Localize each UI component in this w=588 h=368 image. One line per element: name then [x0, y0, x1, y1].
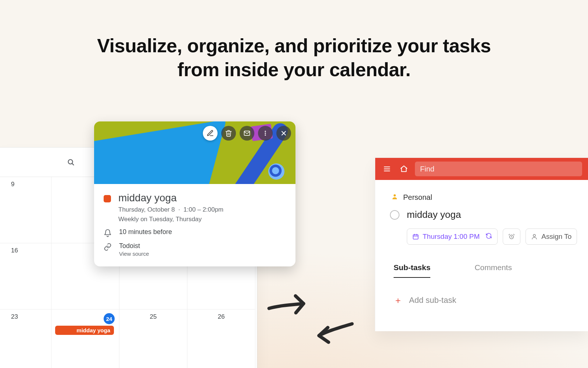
bell-icon: [104, 229, 112, 237]
add-subtask-button[interactable]: ＋ Add sub-task: [394, 294, 578, 306]
recurring-icon: [485, 233, 492, 241]
event-recurrence: Weekly on Tuesday, Thursday: [118, 216, 223, 223]
calendar-cell-today[interactable]: 24 midday yoga: [51, 309, 119, 368]
calendar-event-chip[interactable]: midday yoga: [55, 326, 114, 335]
search-input[interactable]: [415, 162, 582, 176]
event-popover: midday yoga Thursday, October 8 · 1:00 –…: [94, 121, 295, 266]
person-icon: [531, 233, 538, 240]
view-source-link[interactable]: View source: [119, 251, 149, 257]
plus-icon: ＋: [394, 294, 402, 306]
svg-point-5: [265, 134, 266, 135]
calendar-cell[interactable]: 23: [0, 309, 51, 368]
todoist-panel: Personal midday yoga Thursday 1:00 PM: [375, 158, 588, 331]
delete-icon[interactable]: [221, 126, 236, 141]
alarm-icon: [508, 233, 515, 240]
due-date-text: Thursday 1:00 PM: [423, 233, 480, 241]
project-name: Personal: [403, 193, 432, 202]
svg-point-4: [265, 132, 266, 134]
headline-line-2: from inside your calendar.: [178, 59, 410, 80]
calendar-cell[interactable]: 25: [119, 309, 187, 368]
task-tabs: Sub-tasks Comments: [394, 263, 578, 278]
add-subtask-label: Add sub-task: [409, 296, 456, 305]
calendar-cell[interactable]: 26: [187, 309, 255, 368]
date-number: 26: [218, 313, 225, 320]
todoist-header: [375, 158, 588, 180]
sync-arrows-illustration: [265, 291, 360, 350]
assign-label: Assign To: [541, 233, 571, 241]
project-breadcrumb[interactable]: Personal: [391, 193, 578, 202]
svg-point-17: [533, 234, 535, 237]
calendar-icon: [412, 233, 419, 240]
headline-line-1: Visualize, organize, and prioritize your…: [97, 35, 491, 56]
today-badge: 24: [104, 313, 115, 324]
search-icon[interactable]: [67, 158, 75, 167]
event-date-time: Thursday, October 8 · 1:00 – 2:00pm: [118, 206, 223, 213]
reminder-chip[interactable]: [503, 229, 520, 245]
date-number: 23: [11, 313, 18, 320]
edit-icon[interactable]: [203, 126, 218, 141]
due-date-chip[interactable]: Thursday 1:00 PM: [407, 229, 498, 245]
event-reminder: 10 minutes before: [119, 228, 172, 236]
tab-comments[interactable]: Comments: [474, 263, 512, 278]
event-color-dot: [104, 195, 111, 202]
person-icon: [391, 193, 398, 202]
svg-point-3: [265, 131, 266, 132]
date-number: 25: [150, 313, 157, 320]
calendar-cell[interactable]: 16: [0, 243, 51, 309]
task-row: midday yoga: [390, 209, 578, 220]
email-icon[interactable]: [240, 126, 254, 141]
svg-rect-12: [413, 235, 418, 239]
svg-line-1: [72, 163, 74, 164]
more-icon[interactable]: [258, 126, 273, 141]
close-icon[interactable]: [276, 126, 291, 141]
menu-icon[interactable]: [381, 163, 393, 175]
svg-point-11: [394, 194, 396, 197]
tab-subtasks[interactable]: Sub-tasks: [394, 263, 430, 278]
calendar-cell[interactable]: 9: [0, 177, 51, 243]
date-number: 16: [11, 247, 18, 254]
event-title: midday yoga: [118, 192, 223, 204]
task-title[interactable]: midday yoga: [407, 209, 461, 220]
home-icon[interactable]: [398, 163, 410, 175]
date-number: 9: [11, 181, 14, 188]
link-icon: [104, 243, 112, 251]
marketing-headline: Visualize, organize, and prioritize your…: [0, 34, 588, 82]
assign-chip[interactable]: Assign To: [526, 229, 577, 245]
task-checkbox[interactable]: [390, 210, 399, 220]
event-source-name: Todoist: [119, 242, 149, 250]
event-cover-image: [94, 121, 295, 184]
